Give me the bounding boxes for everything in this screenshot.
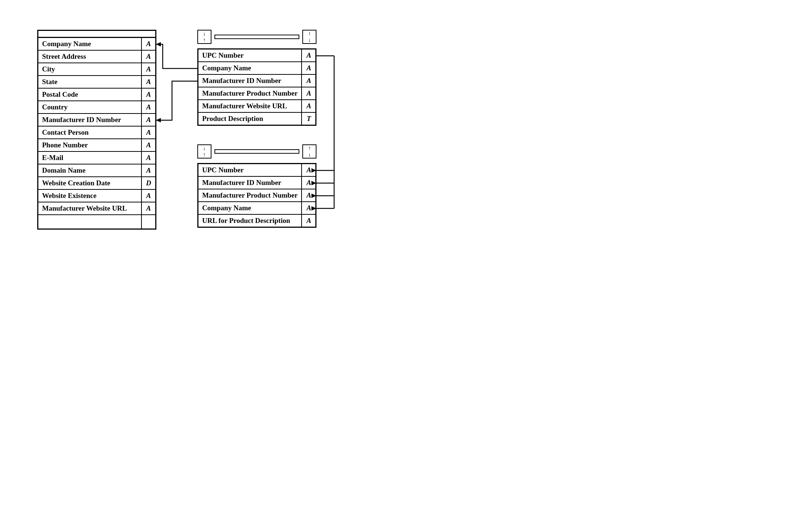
field-type: A bbox=[302, 75, 315, 87]
manufacturer-row bbox=[38, 215, 155, 228]
consumer-product-entity: UPC Number A Company Name A Manufacturer… bbox=[197, 48, 316, 126]
manufacturer-row: Website Creation Date D bbox=[38, 177, 155, 190]
info-resources-title-row: ↓↑ ↑↓ bbox=[197, 144, 316, 159]
field-name: UPC Number bbox=[198, 49, 302, 61]
field-type: A bbox=[302, 202, 315, 214]
info-resources-row: URL for Product Description A bbox=[198, 215, 315, 227]
manufacturer-table-section: Company Name A Street Address A City A S… bbox=[37, 30, 156, 230]
info-resources-row: Company Name A bbox=[198, 202, 315, 215]
field-type: A bbox=[142, 89, 155, 100]
manufacturer-row: City A bbox=[38, 63, 155, 76]
info-resources-row: UPC Number A bbox=[198, 164, 315, 177]
field-type: T bbox=[302, 113, 315, 125]
manufacturer-row: Website Existence A bbox=[38, 190, 155, 202]
field-name: Country bbox=[38, 101, 142, 113]
field-type: A bbox=[302, 189, 315, 201]
field-name: Manufacturer Website URL bbox=[198, 100, 302, 112]
manufacturer-row: Domain Name A bbox=[38, 164, 155, 177]
field-name: Manufacturer Website URL bbox=[38, 202, 142, 214]
field-name-empty bbox=[38, 215, 142, 228]
field-name: UPC Number bbox=[198, 164, 302, 176]
field-name: URL for Product Description bbox=[198, 215, 302, 227]
consumer-product-row: Manufacturer ID Number A bbox=[198, 75, 315, 87]
field-type: D bbox=[142, 177, 155, 189]
field-name: Company Name bbox=[38, 38, 142, 50]
manufacturer-row: Postal Code A bbox=[38, 89, 155, 101]
field-type: A bbox=[302, 87, 315, 99]
info-resources-left-icon: ↓↑ bbox=[197, 144, 211, 159]
manufacturer-entity: Company Name A Street Address A City A S… bbox=[37, 30, 156, 230]
consumer-product-row: Manufacturer Website URL A bbox=[198, 100, 315, 113]
manufacturer-rows: Company Name A Street Address A City A S… bbox=[38, 38, 155, 228]
consumer-product-right-icon: ↑↓ bbox=[302, 30, 316, 44]
info-resources-rows: UPC Number A Manufacturer ID Number A Ma… bbox=[198, 164, 315, 227]
field-name: Postal Code bbox=[38, 89, 142, 100]
field-type: A bbox=[142, 190, 155, 202]
field-type: A bbox=[302, 177, 315, 189]
field-type: A bbox=[302, 100, 315, 112]
field-type: A bbox=[302, 215, 315, 227]
info-resources-row: Manufacturer Product Number A bbox=[198, 189, 315, 202]
field-name: Contact Person bbox=[38, 127, 142, 138]
info-resources-wrapper: ↓↑ ↑↓ UPC Number A Manufacturer ID Numbe… bbox=[197, 144, 316, 228]
diagram-wrapper: Company Name A Street Address A City A S… bbox=[15, 15, 354, 244]
field-name: Manufacturer ID Number bbox=[198, 177, 302, 189]
field-name: Manufacturer ID Number bbox=[198, 75, 302, 87]
field-name: Street Address bbox=[38, 51, 142, 63]
field-type: A bbox=[142, 51, 155, 63]
field-name: Phone Number bbox=[38, 139, 142, 151]
right-tables-section: ↓↑ ↑↓ UPC Number A Company Name A Manufa… bbox=[197, 30, 316, 228]
field-type: A bbox=[142, 114, 155, 126]
field-name: Company Name bbox=[198, 62, 302, 74]
field-type: A bbox=[302, 49, 315, 61]
info-resources-title bbox=[214, 149, 299, 154]
manufacturer-row: Phone Number A bbox=[38, 139, 155, 152]
full-layout: Company Name A Street Address A City A S… bbox=[15, 15, 354, 244]
consumer-product-title bbox=[214, 35, 299, 39]
consumer-product-row: Company Name A bbox=[198, 62, 315, 75]
consumer-product-rows: UPC Number A Company Name A Manufacturer… bbox=[198, 49, 315, 125]
field-type: A bbox=[142, 164, 155, 176]
info-resources-row: Manufacturer ID Number A bbox=[198, 177, 315, 189]
field-type: A bbox=[142, 76, 155, 88]
field-type-empty bbox=[142, 215, 155, 228]
field-name: Manufacturer Product Number bbox=[198, 189, 302, 201]
manufacturer-row: Manufacturer ID Number A bbox=[38, 114, 155, 127]
field-type: A bbox=[302, 164, 315, 176]
manufacturer-row: E-Mail A bbox=[38, 152, 155, 164]
field-type: A bbox=[142, 202, 155, 214]
field-type: A bbox=[142, 152, 155, 164]
field-name: Manufacturer Product Number bbox=[198, 87, 302, 99]
field-name: Website Creation Date bbox=[38, 177, 142, 189]
field-name: E-Mail bbox=[38, 152, 142, 164]
manufacturer-title bbox=[38, 31, 155, 38]
field-name: State bbox=[38, 76, 142, 88]
field-name: Company Name bbox=[198, 202, 302, 214]
manufacturer-row: State A bbox=[38, 76, 155, 89]
consumer-product-row: Manufacturer Product Number A bbox=[198, 87, 315, 100]
field-type: A bbox=[142, 63, 155, 75]
field-name: City bbox=[38, 63, 142, 75]
field-type: A bbox=[142, 101, 155, 113]
field-type: A bbox=[302, 62, 315, 74]
info-resources-right-icon: ↑↓ bbox=[302, 144, 316, 159]
manufacturer-row: Company Name A bbox=[38, 38, 155, 51]
consumer-product-row: UPC Number A bbox=[198, 49, 315, 62]
field-type: A bbox=[142, 127, 155, 138]
field-name: Website Existence bbox=[38, 190, 142, 202]
manufacturer-row: Manufacturer Website URL A bbox=[38, 202, 155, 215]
consumer-product-left-icon: ↓↑ bbox=[197, 30, 211, 44]
field-type: A bbox=[142, 139, 155, 151]
manufacturer-row: Street Address A bbox=[38, 51, 155, 63]
info-resources-entity: UPC Number A Manufacturer ID Number A Ma… bbox=[197, 163, 316, 228]
field-name: Product Description bbox=[198, 113, 302, 125]
field-name: Domain Name bbox=[38, 164, 142, 176]
consumer-product-row: Product Description T bbox=[198, 113, 315, 125]
field-name: Manufacturer ID Number bbox=[38, 114, 142, 126]
field-type: A bbox=[142, 38, 155, 50]
manufacturer-row: Country A bbox=[38, 101, 155, 114]
consumer-product-title-row: ↓↑ ↑↓ bbox=[197, 30, 316, 44]
manufacturer-row: Contact Person A bbox=[38, 127, 155, 139]
consumer-product-wrapper: ↓↑ ↑↓ UPC Number A Company Name A Manufa… bbox=[197, 30, 316, 126]
